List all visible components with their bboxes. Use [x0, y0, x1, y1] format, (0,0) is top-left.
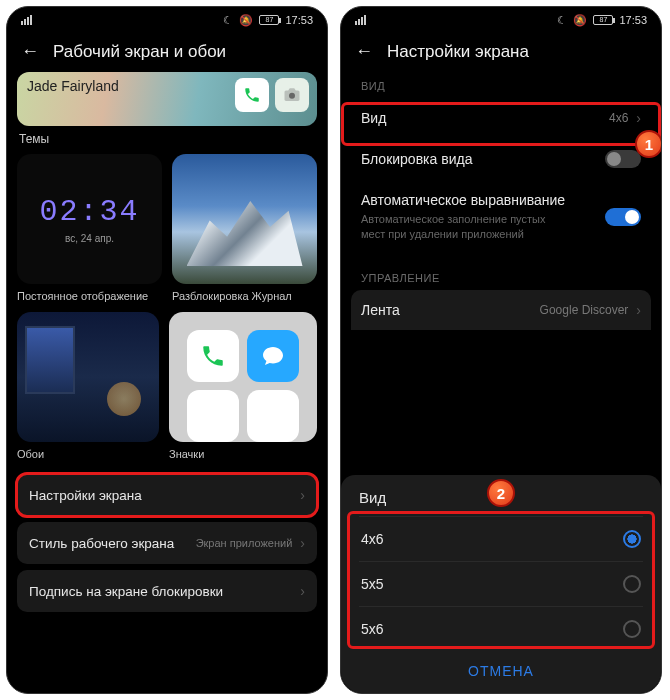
section-view: ВИД — [351, 72, 651, 98]
themes-label: Темы — [17, 126, 317, 154]
clock-date: вс, 24 апр. — [65, 233, 114, 244]
row-label: Подпись на экране блокировки — [29, 584, 223, 599]
phone-icon — [235, 78, 269, 112]
blank-app-icon — [247, 390, 299, 442]
statusbar: ☾ 🔕 87 17:53 — [341, 7, 661, 33]
row-screen-settings[interactable]: Настройки экрана › — [17, 474, 317, 516]
chevron-right-icon: › — [300, 487, 305, 503]
row-value: Экран приложений — [196, 537, 293, 549]
messages-app-icon — [247, 330, 299, 382]
battery-icon: 87 — [593, 15, 613, 25]
titlebar: ← Рабочий экран и обои — [7, 33, 327, 72]
tile-caption: Значки — [169, 442, 317, 470]
back-icon[interactable]: ← — [355, 41, 373, 62]
room-image — [17, 312, 159, 442]
signal-icon — [21, 15, 32, 25]
statusbar: ☾ 🔕 87 17:53 — [7, 7, 327, 33]
moon-icon: ☾ — [557, 14, 567, 27]
chevron-right-icon: › — [636, 302, 641, 318]
dnd-icon: 🔕 — [573, 14, 587, 27]
row-feed[interactable]: Лента Google Discover › — [351, 290, 651, 330]
row-description: Автоматическое заполнение пустых мест пр… — [361, 212, 571, 242]
option-5x6[interactable]: 5x6 — [359, 606, 643, 651]
row-label: Настройки экрана — [29, 488, 142, 503]
page-title: Настройки экрана — [387, 42, 529, 62]
row-label: Лента — [361, 302, 400, 318]
step-badge-2: 2 — [487, 479, 515, 507]
toggle-auto-align[interactable] — [605, 208, 641, 226]
toggle-lock-view[interactable] — [605, 150, 641, 168]
option-4x6[interactable]: 4x6 — [359, 516, 643, 561]
row-view[interactable]: Вид 4x6 › — [351, 98, 651, 138]
row-label: Автоматическое выравнивание — [361, 192, 571, 208]
clock-text: 17:53 — [619, 14, 647, 26]
radio-icon — [623, 620, 641, 638]
signal-icon — [355, 15, 366, 25]
tile-always-on[interactable]: 02:34 вс, 24 апр. Постоянное отображение — [17, 154, 162, 312]
row-label: Вид — [361, 110, 386, 126]
clock-time: 02:34 — [39, 195, 139, 229]
back-icon[interactable]: ← — [21, 41, 39, 62]
clock-text: 17:53 — [285, 14, 313, 26]
tile-magazine-unlock[interactable]: Разблокировка Журнал — [172, 154, 317, 312]
dnd-icon: 🔕 — [239, 14, 253, 27]
row-value: Google Discover — [540, 303, 629, 317]
cancel-button[interactable]: ОТМЕНА — [359, 651, 643, 685]
battery-icon: 87 — [259, 15, 279, 25]
chevron-right-icon: › — [300, 583, 305, 599]
tile-caption: Постоянное отображение — [17, 284, 162, 312]
option-label: 4x6 — [361, 531, 384, 547]
blank-app-icon — [187, 390, 239, 442]
section-manage: УПРАВЛЕНИЕ — [351, 264, 651, 290]
phone-right: ☾ 🔕 87 17:53 ← Настройки экрана ВИД 1 Ви… — [340, 6, 662, 694]
option-5x5[interactable]: 5x5 — [359, 561, 643, 606]
row-lock-view[interactable]: Блокировка вида — [351, 138, 651, 180]
row-auto-align[interactable]: Автоматическое выравнивание Автоматическ… — [351, 180, 651, 254]
row-label: Блокировка вида — [361, 151, 472, 167]
banner-title: Jade Fairyland — [27, 78, 119, 94]
row-home-style[interactable]: Стиль рабочего экрана Экран приложений › — [17, 522, 317, 564]
row-label: Стиль рабочего экрана — [29, 536, 174, 551]
option-label: 5x6 — [361, 621, 384, 637]
tile-caption: Обои — [17, 442, 159, 470]
chevron-right-icon: › — [636, 110, 641, 126]
step-badge-1: 1 — [635, 130, 661, 158]
view-options-sheet: Вид 2 4x6 5x5 5x6 ОТМЕНА — [341, 475, 661, 693]
moon-icon: ☾ — [223, 14, 233, 27]
option-label: 5x5 — [361, 576, 384, 592]
camera-icon — [275, 78, 309, 112]
page-title: Рабочий экран и обои — [53, 42, 226, 62]
tile-caption: Разблокировка Журнал — [172, 284, 317, 312]
tile-wallpaper[interactable]: Обои — [17, 312, 159, 470]
tile-icons[interactable]: Значки — [169, 312, 317, 470]
radio-icon — [623, 575, 641, 593]
phone-left: ☾ 🔕 87 17:53 ← Рабочий экран и обои Jade… — [6, 6, 328, 694]
theme-banner[interactable]: Jade Fairyland — [17, 72, 317, 126]
chevron-right-icon: › — [300, 535, 305, 551]
phone-app-icon — [187, 330, 239, 382]
radio-icon — [623, 530, 641, 548]
mountain-image — [172, 154, 317, 284]
row-lock-signature[interactable]: Подпись на экране блокировки › — [17, 570, 317, 612]
titlebar: ← Настройки экрана — [341, 33, 661, 72]
icons-preview — [169, 312, 317, 442]
row-value: 4x6 — [609, 111, 628, 125]
